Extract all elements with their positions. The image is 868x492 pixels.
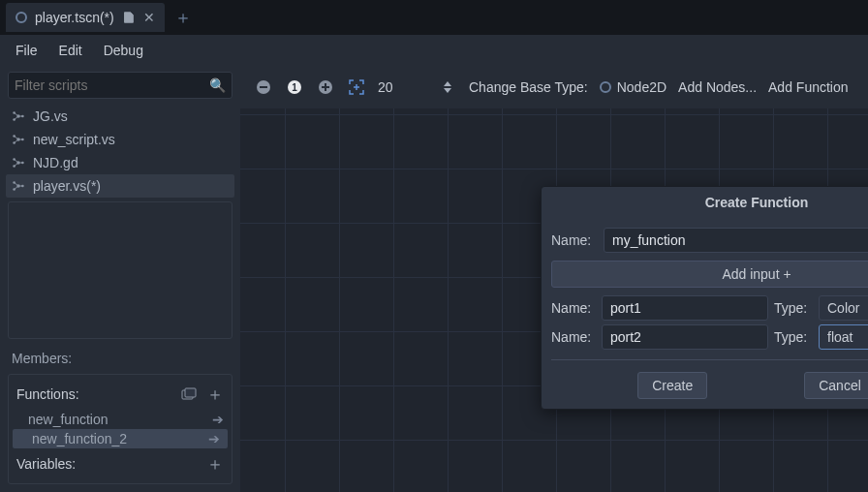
add-tab-button[interactable]: ＋ (174, 6, 192, 29)
sidebar-spacer (8, 201, 232, 339)
menu-debug[interactable]: Debug (104, 43, 143, 58)
add-nodes-button[interactable]: Add Nodes... (678, 79, 757, 95)
function-name-value: my_function (612, 232, 685, 248)
goto-icon[interactable]: ➔ (212, 412, 224, 427)
port-row: Name: port2 Type: float ▾ (551, 324, 868, 350)
zoom-out-button[interactable] (254, 77, 273, 97)
canvas-toolbar: 1 20 Change Base Type: Node2D Add Nodes.… (240, 66, 868, 108)
goto-icon[interactable]: ➔ (208, 431, 220, 446)
port-type-select[interactable]: float ▾ (819, 324, 868, 350)
cancel-label: Cancel (819, 378, 861, 393)
menu-edit[interactable]: Edit (59, 43, 82, 58)
script-name: NJD.gd (33, 155, 78, 170)
visual-script-icon (12, 109, 25, 123)
port-type-value: Color (827, 300, 859, 316)
close-icon[interactable]: ✕ (143, 10, 155, 25)
function-item[interactable]: new_function ➔ (9, 410, 232, 429)
add-variable-icon[interactable]: ＋ (206, 452, 224, 476)
script-name: JG.vs (33, 108, 68, 124)
menu-bar: File Edit Debug (0, 35, 868, 66)
visual-script-icon (12, 156, 25, 169)
port-name-label: Name: (551, 300, 596, 316)
function-name: new_function (28, 412, 212, 427)
add-function-icon[interactable]: ＋ (206, 383, 224, 406)
tab-bar: player.tscn(*) ✕ ＋ (0, 0, 868, 35)
create-function-dialog: Create Function ✕ Name: my_function Add … (541, 186, 868, 410)
members-label: Members: (0, 343, 240, 374)
stepper-icon[interactable] (438, 77, 457, 97)
svg-rect-19 (260, 86, 267, 88)
menu-file[interactable]: File (16, 43, 38, 58)
filter-scripts-input[interactable] (15, 77, 209, 93)
cancel-button[interactable]: Cancel (804, 372, 868, 399)
functions-label: Functions: (16, 386, 171, 402)
variables-header[interactable]: Variables: ＋ (9, 448, 232, 479)
add-function-button[interactable]: Add Function (768, 79, 849, 95)
port-type-label: Type: (774, 329, 813, 345)
script-item[interactable]: NJD.gd (6, 151, 234, 174)
port-row: Name: port1 Type: Color ▾ (551, 295, 868, 321)
graph-canvas: 1 20 Change Base Type: Node2D Add Nodes.… (240, 66, 868, 492)
port-name-value: port2 (610, 329, 641, 345)
script-icon (122, 11, 136, 24)
create-button[interactable]: Create (637, 372, 707, 399)
svg-text:1: 1 (292, 82, 297, 93)
dialog-titlebar[interactable]: Create Function ✕ (542, 187, 868, 218)
add-input-button[interactable]: Add input + (551, 261, 868, 288)
functions-header[interactable]: Functions: ＋ (9, 379, 232, 410)
snap-icon[interactable] (347, 77, 366, 97)
port-name-input[interactable]: port1 (602, 295, 768, 321)
script-item[interactable]: new_script.vs (6, 128, 234, 151)
function-item[interactable]: new_function_2 ➔ (13, 429, 228, 448)
zoom-in-button[interactable] (316, 77, 335, 97)
separator (551, 359, 868, 360)
port-name-input[interactable]: port2 (602, 324, 768, 350)
svg-rect-17 (185, 388, 196, 397)
sidebar: 🔍 JG.vs new_script.vs NJD.gd player.vs (0, 66, 240, 492)
port-name-label: Name: (551, 329, 596, 345)
script-item[interactable]: JG.vs (6, 105, 234, 128)
script-list: JG.vs new_script.vs NJD.gd player.vs(*) (0, 105, 240, 198)
tab-title: player.tscn(*) (35, 10, 114, 25)
script-name: player.vs(*) (33, 178, 101, 194)
node-icon (600, 81, 611, 93)
scene-tab[interactable]: player.tscn(*) ✕ (6, 3, 165, 32)
svg-rect-24 (325, 83, 326, 91)
zoom-value[interactable]: 20 (378, 79, 426, 95)
change-base-type-label: Change Base Type: (469, 79, 588, 95)
script-name: new_script.vs (33, 132, 115, 147)
base-type-value: Node2D (617, 79, 666, 95)
port-type-select[interactable]: Color ▾ (819, 295, 868, 321)
zoom-reset-button[interactable]: 1 (285, 77, 304, 97)
override-icon[interactable] (181, 387, 197, 401)
name-label: Name: (551, 232, 596, 248)
add-input-label: Add input + (722, 266, 790, 282)
function-name-input[interactable]: my_function (604, 228, 868, 253)
function-name: new_function_2 (32, 431, 208, 446)
search-icon: 🔍 (209, 77, 226, 93)
members-panel: Functions: ＋ new_function ➔ new_function… (8, 374, 232, 484)
create-label: Create (652, 378, 693, 393)
base-type-button[interactable]: Node2D (600, 79, 666, 95)
visual-script-icon (12, 133, 25, 146)
port-type-value: float (827, 329, 852, 345)
visual-script-icon (12, 179, 25, 193)
dialog-title: Create Function (705, 195, 809, 210)
node-icon (16, 12, 27, 23)
port-type-label: Type: (774, 300, 813, 316)
variables-label: Variables: (16, 456, 197, 472)
filter-scripts-field[interactable]: 🔍 (8, 72, 232, 99)
port-name-value: port1 (610, 300, 641, 316)
script-item[interactable]: player.vs(*) (6, 174, 234, 198)
